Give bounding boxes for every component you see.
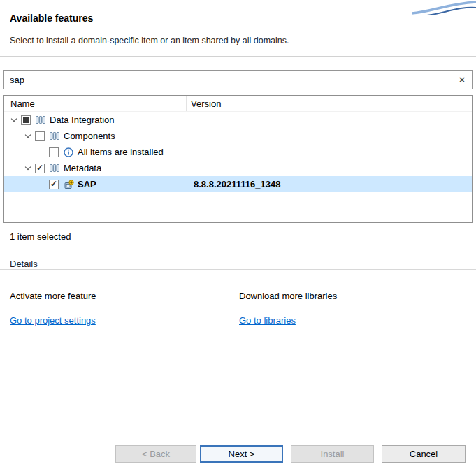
- features-tree: Name Version Data Integration: [3, 95, 473, 223]
- expander-icon[interactable]: [22, 167, 34, 169]
- checkbox[interactable]: [49, 180, 59, 189]
- selection-status: 1 item selected: [10, 231, 71, 242]
- checkbox[interactable]: [35, 164, 45, 173]
- column-divider: [410, 96, 410, 111]
- grid-icon: [48, 164, 61, 173]
- tree-item-label: All items are installed: [78, 147, 164, 157]
- install-button: Install: [291, 445, 374, 463]
- grid-icon: [48, 131, 61, 140]
- page-title: Available features: [10, 13, 93, 24]
- tree-row[interactable]: All items are installed: [4, 144, 472, 160]
- tree-item-label: Components: [64, 131, 115, 141]
- tree-row[interactable]: Metadata: [4, 160, 472, 176]
- checkbox[interactable]: [21, 115, 31, 125]
- indent: [4, 152, 36, 152]
- search-input[interactable]: [4, 75, 452, 85]
- column-header-version[interactable]: Version: [183, 99, 221, 109]
- tree-item-label: SAP: [78, 179, 96, 189]
- feature-icon: [62, 180, 75, 189]
- column-divider: [186, 96, 187, 111]
- banner-decoration-icon: [412, 0, 476, 15]
- info-icon: [62, 147, 75, 157]
- header-separator: [0, 56, 476, 57]
- clear-search-icon[interactable]: ✕: [452, 75, 472, 85]
- checkbox[interactable]: [49, 147, 59, 157]
- expander-icon[interactable]: [22, 135, 34, 137]
- activate-feature-heading: Activate more feature: [10, 291, 96, 301]
- tree-item-label: Data Integration: [50, 115, 115, 125]
- tree-item-label: Metadata: [64, 163, 101, 173]
- tree-row[interactable]: Components: [4, 128, 472, 144]
- search-box: ✕: [3, 70, 473, 89]
- tree-row[interactable]: Data Integration: [4, 112, 472, 128]
- indent: [4, 168, 22, 168]
- checkbox[interactable]: [35, 131, 45, 141]
- libraries-link[interactable]: Go to libraries: [239, 315, 296, 326]
- column-header-name[interactable]: Name: [4, 99, 183, 109]
- indent: [4, 184, 36, 185]
- tree-row-selected[interactable]: SAP 8.8.8.20211116_1348: [4, 176, 472, 192]
- details-separator: [45, 264, 476, 264]
- cancel-button[interactable]: Cancel: [382, 445, 466, 463]
- expander-icon[interactable]: [8, 119, 20, 121]
- page-subtitle: Select to install a domain-specific item…: [10, 36, 289, 45]
- details-separator: [0, 269, 476, 270]
- back-button: < Back: [115, 445, 196, 463]
- project-settings-link[interactable]: Go to project settings: [10, 315, 96, 326]
- version-cell: 8.8.8.20211116_1348: [194, 179, 280, 189]
- grid-icon: [34, 115, 47, 124]
- details-group-label: Details: [10, 259, 38, 269]
- indent: [4, 136, 22, 136]
- next-button[interactable]: Next >: [200, 445, 283, 463]
- download-libraries-heading: Download more libraries: [239, 291, 337, 301]
- tree-header: Name Version: [4, 96, 472, 112]
